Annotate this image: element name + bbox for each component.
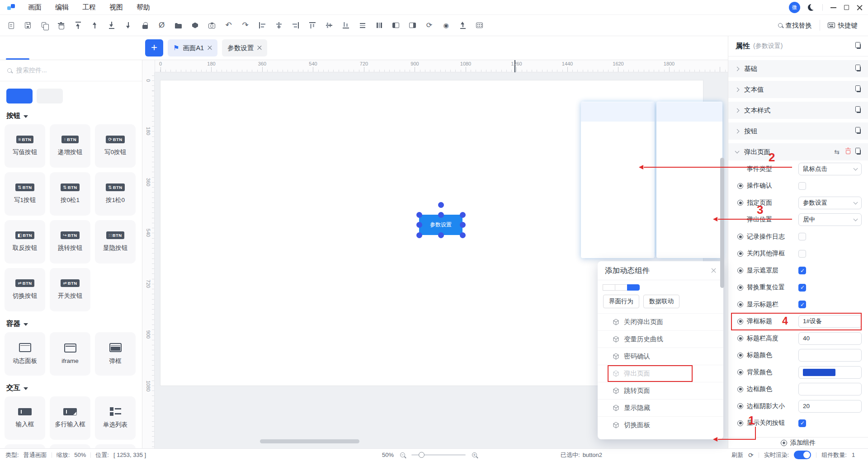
bind-bullet-icon[interactable]	[737, 335, 743, 341]
lock-icon[interactable]	[137, 15, 153, 36]
new-file-icon[interactable]	[3, 15, 19, 36]
left-panel-tab[interactable]	[0, 36, 36, 60]
widget-card[interactable]: ≡BTN 写值按钮	[5, 124, 45, 168]
menu-item[interactable]	[656, 102, 722, 122]
menu-item[interactable]	[581, 219, 655, 238]
bind-bullet-icon[interactable]	[737, 301, 743, 307]
zoom-slider[interactable]	[411, 454, 466, 456]
section-title-containers[interactable]: 容器	[6, 319, 142, 329]
widget-card[interactable]: ⇅BTN 按1松0	[95, 172, 136, 216]
dialog-action-item[interactable]: 关闭弹出页面	[598, 313, 723, 330]
align-left-icon[interactable]	[254, 15, 270, 36]
swap-icon[interactable]	[834, 148, 840, 155]
dialog-action-item[interactable]: 切换面板	[598, 416, 723, 433]
move-up-icon[interactable]	[86, 15, 103, 36]
widget-card[interactable]: ⟳BTN 写0按钮	[95, 124, 136, 168]
section-header[interactable]: 基础	[728, 60, 868, 77]
left-panel-tab[interactable]	[36, 36, 71, 60]
bind-bullet-icon[interactable]	[737, 420, 743, 426]
move-bottom-icon[interactable]	[103, 15, 120, 36]
resize-handle[interactable]	[416, 212, 422, 218]
dialog-action-item[interactable]: 跳转页面	[598, 382, 723, 399]
property-input[interactable]: 20	[798, 400, 862, 413]
copy-icon[interactable]	[36, 15, 53, 36]
tab-page-a1[interactable]: 画面A1	[168, 39, 217, 56]
trash-icon[interactable]	[53, 15, 70, 36]
realtime-toggle[interactable]	[794, 451, 811, 459]
resize-handle[interactable]	[416, 232, 422, 238]
section-title-buttons[interactable]: 按钮	[6, 111, 142, 121]
widget-card[interactable]: 多行输入框	[50, 396, 90, 440]
menu-item[interactable]	[656, 160, 722, 180]
property-input[interactable]	[798, 349, 862, 362]
dialog-subtab[interactable]: 界面行为	[603, 295, 639, 308]
align-center-v-icon[interactable]	[270, 15, 287, 36]
menu-item[interactable]	[581, 238, 655, 258]
widget-card[interactable]: ◧BTN 取反按钮	[5, 220, 45, 263]
close-button[interactable]	[857, 5, 863, 10]
menu-item[interactable]	[656, 199, 722, 219]
dialog-tab[interactable]	[627, 284, 640, 291]
refresh-icon[interactable]	[748, 452, 754, 459]
widget-search-input[interactable]: 搜索控件...	[0, 60, 142, 81]
redo-icon[interactable]	[237, 15, 254, 36]
dialog-action-item[interactable]: 密码确认	[598, 348, 723, 365]
menu-item[interactable]	[656, 122, 722, 141]
trash-icon[interactable]	[846, 150, 850, 154]
widget-card[interactable]: ↑BTN 递增按钮	[50, 124, 90, 168]
tab-param-settings[interactable]: 参数设置	[222, 39, 267, 56]
menu-item[interactable]	[581, 141, 655, 160]
distribute-h-icon[interactable]	[371, 15, 387, 36]
property-checkbox[interactable]	[798, 250, 806, 258]
dark-mode-icon[interactable]	[808, 4, 815, 11]
copy-icon[interactable]	[857, 150, 861, 155]
property-input[interactable]: 40	[798, 332, 862, 345]
avatar[interactable]: 微	[789, 2, 800, 13]
menu-item[interactable]	[656, 238, 722, 258]
property-checkbox[interactable]	[798, 267, 806, 274]
component-icon[interactable]	[187, 15, 203, 36]
widget-card[interactable]: 动态面板	[5, 332, 45, 376]
add-page-button[interactable]	[145, 39, 163, 56]
section-header[interactable]: 文本样式	[728, 102, 868, 119]
copy-icon[interactable]	[857, 129, 861, 134]
refresh-button[interactable]: 刷新	[731, 451, 743, 459]
resize-handle[interactable]	[438, 212, 444, 218]
section-header[interactable]: 按钮	[728, 122, 868, 140]
move-top-icon[interactable]	[70, 15, 86, 36]
close-icon[interactable]	[257, 46, 262, 50]
widget-card[interactable]	[50, 444, 90, 448]
upload-icon[interactable]	[454, 15, 471, 36]
property-checkbox[interactable]	[798, 419, 806, 427]
widget-card[interactable]: ⇌BTN 开关按钮	[50, 268, 90, 311]
widget-card[interactable]: ∷BTN 显隐按钮	[95, 220, 136, 263]
copy-icon[interactable]	[857, 108, 861, 113]
property-select[interactable]: 鼠标点击	[798, 163, 862, 175]
left-panel-tab[interactable]	[107, 36, 142, 60]
dialog-subtab[interactable]: 数据联动	[643, 295, 679, 308]
menu-item[interactable]: 工程	[82, 3, 96, 12]
dialog-tab[interactable]	[603, 284, 615, 291]
zoom-out-icon[interactable]	[400, 452, 405, 457]
resize-handle[interactable]	[460, 232, 466, 238]
property-select[interactable]: 居中	[798, 213, 862, 226]
panel-mode-button[interactable]	[6, 89, 33, 103]
menu-item[interactable]	[581, 122, 655, 141]
shortcut-panel-icon[interactable]	[471, 15, 488, 36]
screenshot-icon[interactable]	[203, 15, 220, 36]
find-replace-button[interactable]: 查找替换	[770, 20, 820, 31]
horizontal-scrollbar[interactable]	[260, 439, 359, 443]
align-top-icon[interactable]	[304, 15, 321, 36]
align-right-icon[interactable]	[287, 15, 304, 36]
bind-bullet-icon[interactable]	[737, 403, 743, 409]
menu-item[interactable]: 编辑	[55, 3, 69, 12]
rotate-handle[interactable]	[438, 202, 444, 208]
folder-icon[interactable]	[170, 15, 187, 36]
bind-bullet-icon[interactable]	[737, 369, 743, 375]
widget-card[interactable]	[95, 444, 136, 448]
resize-handle[interactable]	[460, 212, 466, 218]
bind-bullet-icon[interactable]	[737, 251, 743, 257]
bind-bullet-icon[interactable]	[737, 200, 743, 206]
property-checkbox[interactable]	[798, 182, 806, 190]
left-panel-tab[interactable]	[71, 36, 107, 60]
